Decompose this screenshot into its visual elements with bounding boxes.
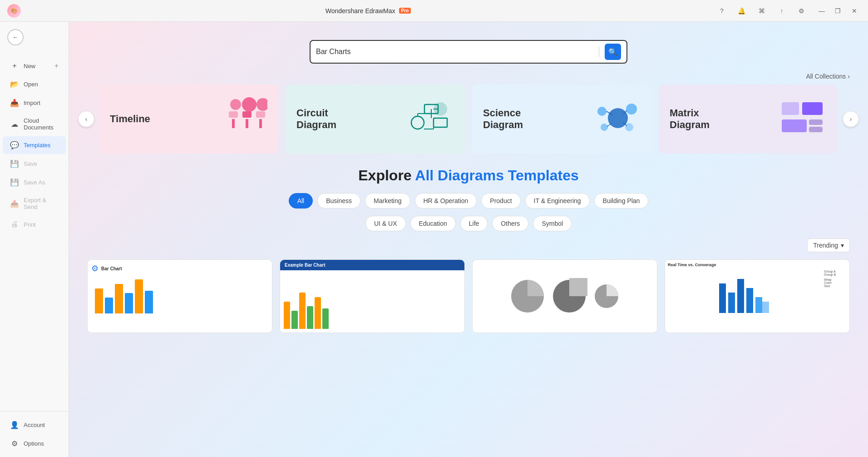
- sidebar-label-print: Print: [24, 221, 36, 228]
- pie-svg-1: [509, 278, 546, 314]
- trending-select[interactable]: Trending ▾: [807, 238, 850, 252]
- realtime-legend: Group A Group B Wrap Color Size: [824, 270, 847, 316]
- filter-tab-hr[interactable]: HR & Operation: [415, 193, 477, 209]
- account-icon: 👤: [10, 421, 19, 429]
- example-chart-header: Example Bar Chart: [280, 260, 464, 270]
- filter-tab-others[interactable]: Others: [492, 216, 528, 231]
- back-button[interactable]: ←: [7, 29, 24, 45]
- template-card-1[interactable]: ⚙ Bar Chart: [87, 259, 272, 333]
- pie-svg-3: [593, 283, 620, 310]
- svg-rect-4: [242, 111, 252, 118]
- minimize-button[interactable]: —: [815, 5, 828, 17]
- options-icon: ⚙: [10, 439, 19, 448]
- trending-label: Trending: [813, 242, 838, 249]
- filter-tab-all[interactable]: All: [289, 193, 313, 209]
- filter-tab-uiux[interactable]: UI & UX: [365, 216, 406, 231]
- sidebar-item-save-as: 💾 Save As: [3, 174, 66, 191]
- settings-button[interactable]: ⚙: [795, 5, 808, 17]
- svg-rect-42: [762, 302, 769, 313]
- svg-point-23: [625, 123, 633, 131]
- realtime-content: Group A Group B Wrap Color Size: [668, 270, 847, 316]
- carousel-card-matrix[interactable]: MatrixDiagram: [659, 84, 838, 154]
- svg-rect-30: [802, 102, 823, 115]
- command-palette-button[interactable]: ⌘: [755, 5, 768, 17]
- explore-highlight: All Diagrams Templates: [415, 167, 578, 184]
- app-name: Wondershare EdrawMax: [326, 7, 395, 15]
- svg-rect-31: [782, 119, 807, 132]
- sidebar-nav: + New + 📂 Open 📥 Import ☁ Cloud Document…: [0, 53, 69, 411]
- avatar[interactable]: 🎨: [7, 4, 21, 18]
- sidebar-label-save-as: Save As: [24, 179, 45, 186]
- carousel-card-title-science: ScienceDiagram: [483, 107, 523, 131]
- collections-anchor[interactable]: All Collections ›: [806, 73, 850, 80]
- filter-tab-symbol[interactable]: Symbol: [533, 216, 572, 231]
- search-input[interactable]: [316, 48, 593, 56]
- titlebar-left: 🎨: [7, 4, 21, 18]
- carousel-card-icon-science: [591, 98, 641, 140]
- template-thumb-4: Real Time vs. Converage: [665, 260, 849, 333]
- ex-bar-3: [299, 293, 306, 329]
- print-icon: 🖨: [10, 220, 19, 228]
- filter-tab-building[interactable]: Building Plan: [594, 193, 649, 209]
- filter-tab-education[interactable]: Education: [410, 216, 456, 231]
- new-plus-icon: +: [54, 62, 59, 70]
- templates-grid: ⚙ Bar Chart: [87, 259, 850, 342]
- filter-tab-business[interactable]: Business: [317, 193, 360, 209]
- collections-arrow: ›: [848, 73, 850, 80]
- carousel-card-circuit[interactable]: CircuitDiagram: [286, 84, 465, 154]
- maximize-button[interactable]: ❐: [832, 5, 844, 17]
- carousel-card-science[interactable]: ScienceDiagram: [472, 84, 651, 154]
- sidebar-item-new[interactable]: + New +: [3, 57, 66, 75]
- carousel-items: Timeline: [99, 84, 838, 154]
- sidebar-item-account[interactable]: 👤 Account: [3, 416, 66, 434]
- trending-arrow: ▾: [841, 242, 844, 249]
- svg-rect-8: [259, 119, 262, 128]
- collections-link[interactable]: All Collections ›: [69, 73, 868, 84]
- sidebar-item-templates[interactable]: 💬 Templates: [3, 136, 66, 154]
- svg-rect-10: [434, 118, 447, 127]
- carousel-prev-button[interactable]: ‹: [78, 111, 94, 127]
- bar-6: [145, 291, 153, 313]
- svg-rect-6: [232, 119, 235, 128]
- filter-tabs: All Business Marketing HR & Operation Pr…: [87, 193, 850, 209]
- carousel-card-icon-circuit: [404, 98, 454, 140]
- sidebar-item-print: 🖨 Print: [3, 216, 66, 233]
- sidebar-label-export: Export & Send: [24, 197, 59, 210]
- sidebar-item-open[interactable]: 📂 Open: [3, 75, 66, 93]
- template-thumb-2: Example Bar Chart: [280, 260, 464, 333]
- sidebar-item-options[interactable]: ⚙ Options: [3, 435, 66, 452]
- ex-bar-1: [284, 302, 290, 329]
- template-card-2[interactable]: Example Bar Chart: [280, 259, 465, 333]
- sidebar-item-import[interactable]: 📥 Import: [3, 94, 66, 112]
- sidebar-label-import: Import: [24, 99, 40, 106]
- bar-3: [115, 284, 123, 313]
- explore-prefix: Explore: [358, 167, 415, 184]
- carousel: ‹ Timeline: [69, 84, 868, 154]
- carousel-card-timeline[interactable]: Timeline: [99, 84, 278, 154]
- thumb-title-row: ⚙ Bar Chart: [91, 263, 268, 273]
- cloud-icon: ☁: [10, 120, 19, 129]
- notifications-button[interactable]: 🔔: [735, 5, 748, 17]
- filter-tab-it[interactable]: IT & Engineering: [525, 193, 590, 209]
- svg-point-0: [230, 99, 241, 110]
- save-icon: 💾: [10, 159, 19, 168]
- search-button[interactable]: 🔍: [605, 44, 621, 60]
- example-chart-thumb: Example Bar Chart: [280, 260, 464, 333]
- close-button[interactable]: ✕: [848, 5, 861, 17]
- filter-tab-marketing[interactable]: Marketing: [365, 193, 410, 209]
- save-as-icon: 💾: [10, 178, 19, 187]
- ex-bar-6: [322, 308, 329, 329]
- svg-rect-39: [737, 279, 744, 313]
- svg-rect-5: [256, 111, 265, 118]
- svg-rect-7: [246, 119, 248, 128]
- template-card-3[interactable]: [472, 259, 657, 333]
- filter-tab-life[interactable]: Life: [460, 216, 488, 231]
- share-button[interactable]: ↑: [775, 5, 788, 17]
- help-button[interactable]: ?: [715, 5, 728, 17]
- filter-tab-product[interactable]: Product: [481, 193, 520, 209]
- template-card-4[interactable]: Real Time vs. Converage: [665, 259, 850, 333]
- carousel-next-button[interactable]: ›: [843, 111, 859, 127]
- sidebar-item-cloud[interactable]: ☁ Cloud Documents: [3, 113, 66, 135]
- carousel-card-title-circuit: CircuitDiagram: [296, 107, 336, 131]
- bar-2: [105, 298, 113, 313]
